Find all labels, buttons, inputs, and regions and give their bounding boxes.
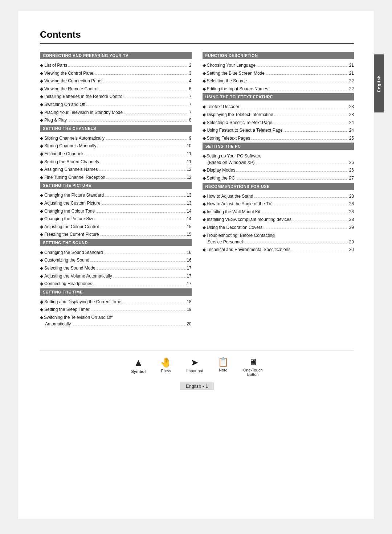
- toc-item: ◆ Switching On and Off7: [40, 101, 192, 108]
- toc-item: ◆ Adjusting the Colour Control15: [40, 223, 192, 230]
- toc-item: ◆ Adjusting the Custom Picture13: [40, 200, 192, 207]
- section-connecting: CONNECTING AND PREPARING YOUR TV◆ List o…: [40, 52, 192, 124]
- page-title: Contents: [40, 29, 354, 44]
- toc-item: ◆ Setting the PC27: [203, 175, 354, 182]
- side-tab-label: English: [377, 75, 381, 92]
- footer-icon-important: ➤Important: [186, 358, 203, 373]
- toc-item: ◆ Editing the Input Source Names22: [203, 86, 354, 93]
- toc-item: ◆ Display Modes26: [203, 167, 354, 174]
- footer-icon-label-note: Note: [219, 368, 227, 372]
- toc-item: ◆ Installing Batteries in the Remote Con…: [40, 93, 192, 100]
- section-pc: SETTING THE PC◆ Setting up Your PC Softw…: [203, 143, 354, 181]
- toc-item: ◆ Viewing the Connection Panel4: [40, 78, 192, 85]
- toc-item: ◆ Displaying the Teletext Information23: [203, 111, 354, 118]
- toc-item: ◆ Using Fastext to Select a Teletext Pag…: [203, 127, 354, 134]
- toc-item: ◆ Plug & Play8: [40, 117, 192, 124]
- section-picture: SETTING THE PICTURE◆ Changing the Pictur…: [40, 182, 192, 238]
- section-header-sound: SETTING THE SOUND: [40, 239, 192, 246]
- toc-item: ◆ Setting the Blue Screen Mode21: [203, 70, 354, 77]
- toc-item: ◆ How to Adjust the Angle of the TV28: [203, 201, 354, 208]
- section-teletext: USING THE TELETEXT FEATURE◆ Teletext Dec…: [203, 93, 354, 141]
- toc-item: ◆ Teletext Decoder23: [203, 103, 354, 110]
- toc-item: ◆ Viewing the Control Panel3: [40, 70, 192, 77]
- toc-item: ◆ Changing the Picture Standard13: [40, 192, 192, 199]
- toc-item: ◆ Freezing the Current Picture15: [40, 231, 192, 238]
- toc-item: ◆ Storing Channels Automatically9: [40, 135, 192, 142]
- toc-item: ◆ Editing the Channels11: [40, 151, 192, 157]
- footer-icon-symbol: ▲Symbol: [131, 358, 146, 374]
- section-header-channels: SETTING THE CHANNELS: [40, 125, 192, 132]
- right-column: FUNCTION DESCRIPTION◆ Choosing Your Lang…: [203, 52, 354, 328]
- footer-page-label: English - 1: [180, 382, 214, 390]
- section-header-time: SETTING THE TIME: [40, 288, 192, 296]
- toc-item: ◆ Changing the Sound Standard16: [40, 249, 192, 256]
- toc-item: ◆ Selecting the Source22: [203, 78, 354, 85]
- section-function: FUNCTION DESCRIPTION◆ Choosing Your Lang…: [203, 52, 354, 92]
- toc-item: ◆ Sorting the Stored Channels11: [40, 159, 192, 165]
- section-header-pc: SETTING THE PC: [203, 143, 354, 150]
- section-channels: SETTING THE CHANNELS◆ Storing Channels A…: [40, 125, 192, 181]
- side-tab: English: [374, 54, 384, 112]
- section-header-function: FUNCTION DESCRIPTION: [203, 52, 354, 59]
- footer-icon-note: 📋Note: [218, 358, 229, 372]
- toc-item: ◆ Assigning Channels Names12: [40, 166, 192, 173]
- toc-item: ◆ How to Adjust the Stand28: [203, 193, 354, 200]
- section-header-picture: SETTING THE PICTURE: [40, 182, 192, 189]
- toc-item: ◆ Setting the Sleep Timer19: [40, 306, 192, 313]
- toc-item: ◆ Changing the Colour Tone14: [40, 208, 192, 215]
- section-header-teletext: USING THE TELETEXT FEATURE: [203, 93, 354, 100]
- footer-icon-label-press: Press: [161, 369, 171, 373]
- section-header-connecting: CONNECTING AND PREPARING YOUR TV: [40, 52, 192, 59]
- section-header-recommendations: RECOMMENDATIONS FOR USE: [203, 183, 354, 190]
- toc-item: ◆ Fine Tuning Channel Reception12: [40, 174, 192, 181]
- footer-icon-one-touch: 🖥One-Touch Button: [243, 358, 263, 377]
- toc-item: ◆ Selecting the Sound Mode17: [40, 265, 192, 272]
- toc-item: ◆ Changing the Picture Size14: [40, 215, 192, 222]
- toc-item: ◆ Technical and Environmental Specificat…: [203, 246, 354, 253]
- toc-columns: CONNECTING AND PREPARING YOUR TV◆ List o…: [40, 52, 354, 328]
- section-recommendations: RECOMMENDATIONS FOR USE◆ How to Adjust t…: [203, 183, 354, 253]
- toc-item: ◆ Storing Teletext Pages25: [203, 135, 354, 142]
- toc-item: ◆ Setting and Displaying the Current Tim…: [40, 299, 192, 305]
- toc-item: ◆ Connecting Headphones17: [40, 280, 192, 287]
- toc-item: ◆ Choosing Your Language21: [203, 62, 354, 69]
- toc-item: ◆ Installing VESA compliant mounting dev…: [203, 216, 354, 223]
- footer-icon-label-one-touch: One-Touch Button: [243, 368, 263, 377]
- toc-item: ◆ Installing the Wall Mount Kit28: [203, 209, 354, 215]
- toc-item: ◆ Customizing the Sound16: [40, 257, 192, 264]
- toc-item: ◆ Placing Your Television in Standby Mod…: [40, 109, 192, 116]
- footer-area: ▲Symbol🤚Press➤Important📋Note🖥One-Touch B…: [40, 350, 354, 390]
- section-time: SETTING THE TIME◆ Setting and Displaying…: [40, 288, 192, 327]
- footer-icons: ▲Symbol🤚Press➤Important📋Note🖥One-Touch B…: [40, 358, 354, 377]
- toc-item: ◆ Selecting a Specific Teletext Page24: [203, 119, 354, 126]
- toc-item: ◆ Using the Decoration Covers29: [203, 224, 354, 231]
- toc-item: ◆ Storing Channels Manually10: [40, 143, 192, 149]
- toc-item: ◆ Switching the Television On and OffAut…: [40, 314, 192, 327]
- footer-icon-label-symbol: Symbol: [131, 369, 146, 374]
- left-column: CONNECTING AND PREPARING YOUR TV◆ List o…: [40, 52, 192, 328]
- footer-icon-press: 🤚Press: [160, 358, 172, 373]
- toc-item: ◆ Troubleshooting: Before ContactingServ…: [203, 232, 354, 245]
- toc-item: ◆ Viewing the Remote Control6: [40, 86, 192, 93]
- page-container: English Contents CONNECTING AND PREPARIN…: [18, 11, 374, 519]
- toc-item: ◆ Setting up Your PC Software(Based on W…: [203, 153, 354, 166]
- footer-bottom: English - 1: [40, 382, 354, 390]
- toc-item: ◆ List of Parts2: [40, 62, 192, 69]
- section-sound: SETTING THE SOUND◆ Changing the Sound St…: [40, 239, 192, 287]
- footer-icon-label-important: Important: [186, 369, 203, 373]
- toc-item: ◆ Adjusting the Volume Automatically17: [40, 273, 192, 280]
